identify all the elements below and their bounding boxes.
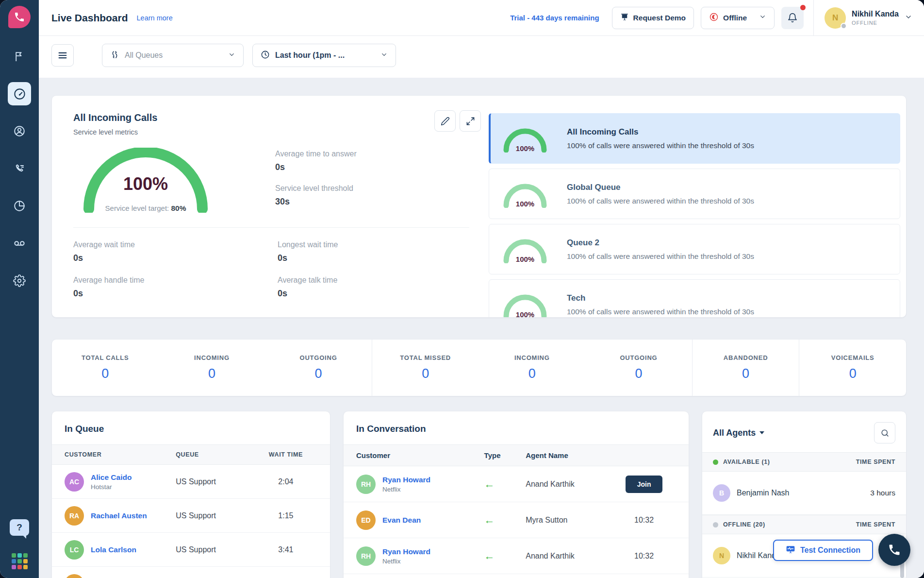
edit-pencil-icon[interactable] — [434, 110, 456, 132]
user-avatar: N — [825, 7, 846, 29]
stat-outgoing: OUTGOING0 — [265, 340, 372, 396]
avatar: B — [713, 484, 730, 502]
app-grid-dot — [12, 559, 16, 563]
avatar: AC — [65, 472, 84, 492]
app-grid-dot — [23, 565, 28, 569]
table-row[interactable]: LC Lola Carlson US Support 3:41 — [52, 533, 330, 567]
queue-list-item[interactable]: 100% Queue 2 100% of calls were answered… — [489, 224, 900, 274]
dashboard-canvas: All Incoming Calls Service level metrics — [39, 78, 924, 578]
sidebar-item-voicemail-icon[interactable] — [8, 232, 31, 255]
in-queue-panel: In Queue CUSTOMER QUEUE WAIT TIME AC Ali… — [51, 411, 330, 578]
dnd-moon-icon — [709, 12, 719, 24]
agent-name: Benjamin Nash — [737, 489, 790, 497]
table-row[interactable]: RH Ryan Howard Netflix ← Anand Karthik J… — [344, 466, 689, 502]
sidebar-item-live-dashboard-speedometer-icon[interactable] — [8, 82, 31, 105]
app-grid-dot — [17, 553, 22, 558]
presentation-icon — [620, 13, 629, 23]
test-connection-button[interactable]: Test Connection — [773, 540, 873, 561]
avatar: LC — [65, 540, 84, 560]
learn-more-link[interactable]: Learn more — [137, 14, 173, 22]
help-icon[interactable]: ? — [10, 519, 29, 536]
mini-gauge: 100% — [502, 235, 548, 263]
brand-logo-phone-icon[interactable] — [8, 6, 31, 28]
time-range-value: Last hour (1pm - ... — [275, 51, 345, 60]
avatar: ED — [356, 510, 376, 530]
avatar: NN — [65, 574, 84, 578]
request-demo-button[interactable]: Request Demo — [612, 7, 694, 29]
agents-group-available: AVAILABLE (1) TIME SPENT — [702, 452, 906, 472]
stat-voicemails: VOICEMAILS0 — [799, 340, 906, 396]
sidebar-item-call-history-icon[interactable] — [8, 157, 31, 180]
sidebar-item-analytics-pie-icon[interactable] — [8, 194, 31, 218]
offline-status-dot — [713, 522, 718, 527]
customer-name-link[interactable]: Ryan Howard — [382, 476, 430, 484]
mini-gauge: 100% — [502, 180, 548, 208]
stat-incoming: INCOMING0 — [159, 340, 265, 396]
join-call-button[interactable]: Join — [626, 476, 663, 493]
table-row[interactable] — [344, 574, 689, 578]
service-level-detail: All Incoming Calls Service level metrics — [52, 96, 489, 317]
metric-average-time-to-answer: Average time to answer 0s — [275, 150, 357, 172]
in-conversation-title: In Conversation — [344, 411, 689, 444]
status-value: Offline — [723, 14, 747, 22]
search-icon[interactable] — [874, 422, 895, 443]
metric-longest-wait-time: Longest wait time 0s — [278, 240, 469, 263]
app-grid-dot — [23, 559, 28, 563]
sidebar: ? — [0, 0, 39, 578]
service-level-card: All Incoming Calls Service level metrics — [51, 95, 907, 318]
dashboard-menu-hamburger-icon[interactable] — [51, 44, 74, 67]
incoming-call-arrow-icon: ← — [484, 478, 526, 491]
customer-name-link[interactable]: Rachael Austen — [91, 511, 147, 520]
queue-name: Global Queue — [567, 183, 754, 192]
trial-countdown: Trial - 443 days remaining — [510, 14, 599, 22]
service-card-subtitle: Service level metrics — [73, 128, 469, 136]
queue-list-item[interactable]: 100% Global Queue 100% of calls were ans… — [489, 169, 900, 219]
customer-name-link[interactable]: Evan Dean — [382, 516, 421, 525]
table-row[interactable]: NN Nellie Norris US Support 1:43 — [52, 567, 330, 578]
wait-time-cell: 3:41 — [254, 545, 317, 554]
customer-name-link[interactable]: Lola Carlson — [91, 545, 136, 554]
user-menu[interactable]: N Nikhil Kanda OFFLINE — [813, 0, 924, 35]
queues-filter-select[interactable]: All Queues — [102, 44, 244, 67]
metric-average-handle-time: Average handle time 0s — [73, 276, 278, 299]
app-launcher-grid-icon[interactable] — [12, 553, 28, 569]
available-status-dot — [713, 459, 718, 465]
avatar: RH — [356, 546, 376, 566]
avatar: RA — [65, 506, 84, 526]
dialer-phone-fab[interactable] — [878, 534, 910, 566]
table-row[interactable]: ED Evan Dean ← Myra Sutton 10:32 — [344, 502, 689, 538]
agents-filter-dropdown[interactable]: All Agents — [713, 428, 764, 438]
gauge-target-label: Service level target: 80% — [75, 204, 216, 213]
table-row[interactable]: AC Alice Caido Hotstar US Support 2:04 — [52, 465, 330, 499]
queue-cell: US Support — [176, 545, 254, 554]
queue-list-item[interactable]: 100% All Incoming Calls 100% of calls we… — [489, 113, 900, 164]
chevron-down-icon — [905, 13, 912, 23]
notifications-bell-icon[interactable] — [781, 7, 804, 29]
stat-missed-outgoing: OUTGOING0 — [585, 340, 692, 396]
sidebar-item-contacts-icon[interactable] — [8, 119, 31, 143]
sidebar-item-settings-gear-icon[interactable] — [8, 269, 31, 292]
customer-name-link[interactable]: Ryan Howard — [382, 547, 430, 556]
chevron-down-icon — [228, 51, 235, 60]
top-header: Live Dashboard Learn more Trial - 443 da… — [39, 0, 924, 36]
queue-name: Tech — [567, 293, 754, 303]
queues-icon — [110, 50, 119, 61]
queue-description: 100% of calls were answered within the t… — [567, 252, 754, 261]
queue-service-level-list: 100% All Incoming Calls 100% of calls we… — [489, 96, 906, 317]
agent-status-select[interactable]: Offline — [701, 7, 775, 29]
queue-list-item[interactable]: 100% Tech 100% of calls were answered wi… — [489, 279, 900, 317]
table-row[interactable]: RH Ryan Howard Netflix ← Anand Karthik 1… — [344, 538, 689, 574]
table-row[interactable]: RA Rachael Austen US Support 1:15 — [52, 499, 330, 533]
app-window: ? Live Dashboard Learn more Trial - 443 … — [0, 0, 924, 578]
expand-fullscreen-icon[interactable] — [460, 110, 481, 132]
customer-name-link[interactable]: Alice Caido — [91, 473, 132, 482]
agent-row[interactable]: B Benjamin Nash 3 hours — [702, 472, 906, 515]
sidebar-item-onboarding-flag-icon[interactable] — [8, 45, 31, 68]
filter-bar: All Queues Last hour (1pm - ... — [39, 36, 924, 78]
queue-description: 100% of calls were answered within the t… — [567, 197, 754, 205]
app-grid-dot — [12, 553, 16, 558]
in-conversation-panel: In Conversation Customer Type Agent Name… — [343, 411, 689, 578]
time-range-select[interactable]: Last hour (1pm - ... — [252, 44, 396, 67]
mini-gauge: 100% — [502, 124, 548, 153]
chevron-down-icon — [759, 13, 766, 22]
